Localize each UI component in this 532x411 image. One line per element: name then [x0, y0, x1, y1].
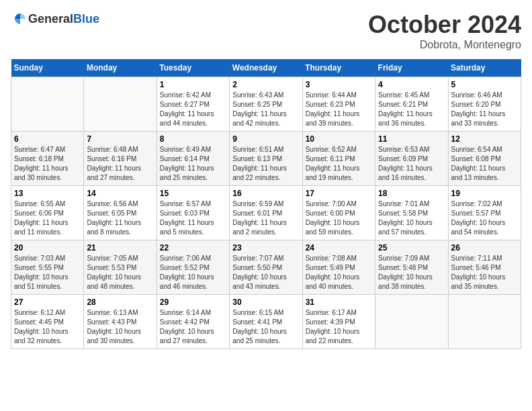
day-number: 29 [160, 298, 226, 307]
calendar-cell: 5Sunrise: 6:46 AM Sunset: 6:20 PM Daylig… [448, 77, 521, 132]
calendar-week-row: 6Sunrise: 6:47 AM Sunset: 6:18 PM Daylig… [11, 132, 521, 186]
calendar-day-header: Wednesday [230, 59, 302, 77]
day-number: 1 [160, 80, 226, 89]
day-number: 18 [378, 189, 445, 198]
day-number: 24 [306, 243, 372, 253]
day-info: Sunrise: 6:12 AM Sunset: 4:45 PM Dayligh… [14, 308, 81, 346]
calendar-header-row: SundayMondayTuesdayWednesdayThursdayFrid… [11, 59, 521, 77]
calendar-cell: 3Sunrise: 6:44 AM Sunset: 6:23 PM Daylig… [302, 77, 375, 132]
logo-blue-text: Blue [73, 12, 99, 26]
calendar-cell: 27Sunrise: 6:12 AM Sunset: 4:45 PM Dayli… [11, 295, 84, 349]
day-number: 2 [232, 80, 299, 89]
calendar-cell: 18Sunrise: 7:01 AM Sunset: 5:58 PM Dayli… [375, 186, 448, 240]
day-info: Sunrise: 6:45 AM Sunset: 6:21 PM Dayligh… [378, 91, 445, 128]
day-info: Sunrise: 6:47 AM Sunset: 6:18 PM Dayligh… [14, 145, 81, 183]
calendar-cell: 29Sunrise: 6:14 AM Sunset: 4:42 PM Dayli… [157, 295, 229, 349]
calendar-week-row: 27Sunrise: 6:12 AM Sunset: 4:45 PM Dayli… [11, 295, 521, 349]
calendar-cell: 8Sunrise: 6:49 AM Sunset: 6:14 PM Daylig… [157, 132, 229, 186]
day-number: 7 [87, 134, 153, 144]
day-number: 23 [232, 243, 299, 253]
day-info: Sunrise: 7:09 AM Sunset: 5:48 PM Dayligh… [378, 254, 445, 291]
calendar-cell: 22Sunrise: 7:06 AM Sunset: 5:52 PM Dayli… [157, 240, 229, 295]
day-info: Sunrise: 6:42 AM Sunset: 6:27 PM Dayligh… [160, 91, 226, 128]
calendar-cell: 9Sunrise: 6:51 AM Sunset: 6:13 PM Daylig… [230, 132, 302, 186]
logo-icon [12, 11, 28, 27]
day-info: Sunrise: 7:06 AM Sunset: 5:52 PM Dayligh… [160, 254, 226, 291]
title-section: October 2024 Dobrota, Montenegro [368, 11, 521, 51]
calendar-cell: 31Sunrise: 6:17 AM Sunset: 4:39 PM Dayli… [302, 295, 375, 349]
calendar-cell: 14Sunrise: 6:56 AM Sunset: 6:05 PM Dayli… [84, 186, 157, 240]
calendar-cell: 21Sunrise: 7:05 AM Sunset: 5:53 PM Dayli… [84, 240, 157, 295]
calendar-cell: 25Sunrise: 7:09 AM Sunset: 5:48 PM Dayli… [375, 240, 448, 295]
calendar-cell [84, 77, 157, 132]
calendar-cell: 12Sunrise: 6:54 AM Sunset: 6:08 PM Dayli… [448, 132, 521, 186]
day-info: Sunrise: 6:13 AM Sunset: 4:43 PM Dayligh… [87, 308, 153, 346]
day-number: 21 [87, 243, 153, 253]
page-header: GeneralBlue October 2024 Dobrota, Monten… [11, 11, 521, 51]
day-number: 14 [87, 189, 153, 198]
day-number: 22 [160, 243, 226, 253]
day-number: 20 [14, 243, 81, 253]
day-info: Sunrise: 6:14 AM Sunset: 4:42 PM Dayligh… [160, 308, 226, 346]
calendar-cell: 30Sunrise: 6:15 AM Sunset: 4:41 PM Dayli… [230, 295, 302, 349]
day-number: 4 [378, 80, 445, 89]
calendar-cell [11, 77, 84, 132]
day-info: Sunrise: 7:03 AM Sunset: 5:55 PM Dayligh… [14, 254, 81, 291]
calendar-day-header: Saturday [448, 59, 521, 77]
calendar-cell: 15Sunrise: 6:57 AM Sunset: 6:03 PM Dayli… [157, 186, 229, 240]
day-info: Sunrise: 6:57 AM Sunset: 6:03 PM Dayligh… [160, 199, 226, 237]
calendar-cell [375, 295, 448, 349]
day-info: Sunrise: 6:55 AM Sunset: 6:06 PM Dayligh… [14, 199, 81, 237]
calendar-cell: 4Sunrise: 6:45 AM Sunset: 6:21 PM Daylig… [375, 77, 448, 132]
calendar-cell: 1Sunrise: 6:42 AM Sunset: 6:27 PM Daylig… [157, 77, 229, 132]
calendar-day-header: Sunday [11, 59, 84, 77]
day-number: 28 [87, 298, 153, 307]
day-info: Sunrise: 7:05 AM Sunset: 5:53 PM Dayligh… [87, 254, 153, 291]
day-info: Sunrise: 6:52 AM Sunset: 6:11 PM Dayligh… [306, 145, 372, 183]
calendar-cell: 28Sunrise: 6:13 AM Sunset: 4:43 PM Dayli… [84, 295, 157, 349]
day-number: 12 [451, 134, 518, 144]
calendar-day-header: Monday [84, 59, 157, 77]
day-info: Sunrise: 7:11 AM Sunset: 5:46 PM Dayligh… [451, 254, 518, 291]
calendar-cell: 10Sunrise: 6:52 AM Sunset: 6:11 PM Dayli… [302, 132, 375, 186]
day-number: 5 [451, 80, 518, 89]
calendar-day-header: Thursday [302, 59, 375, 77]
day-info: Sunrise: 6:48 AM Sunset: 6:16 PM Dayligh… [87, 145, 153, 183]
day-number: 17 [306, 189, 372, 198]
logo-general-text: General [28, 12, 73, 26]
day-info: Sunrise: 6:49 AM Sunset: 6:14 PM Dayligh… [160, 145, 226, 183]
day-number: 27 [14, 298, 81, 307]
calendar-day-header: Friday [375, 59, 448, 77]
day-info: Sunrise: 6:17 AM Sunset: 4:39 PM Dayligh… [306, 308, 372, 346]
day-number: 30 [232, 298, 299, 307]
calendar-cell: 26Sunrise: 7:11 AM Sunset: 5:46 PM Dayli… [448, 240, 521, 295]
day-number: 11 [378, 134, 445, 144]
day-number: 10 [306, 134, 372, 144]
calendar-week-row: 20Sunrise: 7:03 AM Sunset: 5:55 PM Dayli… [11, 240, 521, 295]
day-number: 31 [306, 298, 372, 307]
calendar-table: SundayMondayTuesdayWednesdayThursdayFrid… [11, 59, 521, 349]
calendar-cell: 24Sunrise: 7:08 AM Sunset: 5:49 PM Dayli… [302, 240, 375, 295]
calendar-cell: 7Sunrise: 6:48 AM Sunset: 6:16 PM Daylig… [84, 132, 157, 186]
calendar-cell: 17Sunrise: 7:00 AM Sunset: 6:00 PM Dayli… [302, 186, 375, 240]
day-info: Sunrise: 7:00 AM Sunset: 6:00 PM Dayligh… [306, 199, 372, 237]
calendar-cell: 6Sunrise: 6:47 AM Sunset: 6:18 PM Daylig… [11, 132, 84, 186]
logo: GeneralBlue [11, 11, 99, 27]
day-number: 13 [14, 189, 81, 198]
day-info: Sunrise: 6:51 AM Sunset: 6:13 PM Dayligh… [232, 145, 299, 183]
calendar-cell: 20Sunrise: 7:03 AM Sunset: 5:55 PM Dayli… [11, 240, 84, 295]
day-number: 26 [451, 243, 518, 253]
day-info: Sunrise: 6:59 AM Sunset: 6:01 PM Dayligh… [232, 199, 299, 237]
calendar-cell: 2Sunrise: 6:43 AM Sunset: 6:25 PM Daylig… [230, 77, 302, 132]
day-info: Sunrise: 7:08 AM Sunset: 5:49 PM Dayligh… [306, 254, 372, 291]
day-info: Sunrise: 7:01 AM Sunset: 5:58 PM Dayligh… [378, 199, 445, 237]
day-number: 6 [14, 134, 81, 144]
month-title: October 2024 [368, 11, 521, 39]
day-info: Sunrise: 7:07 AM Sunset: 5:50 PM Dayligh… [232, 254, 299, 291]
day-info: Sunrise: 6:15 AM Sunset: 4:41 PM Dayligh… [232, 308, 299, 346]
day-info: Sunrise: 6:44 AM Sunset: 6:23 PM Dayligh… [306, 91, 372, 128]
day-number: 9 [232, 134, 299, 144]
day-number: 25 [378, 243, 445, 253]
day-number: 16 [232, 189, 299, 198]
day-info: Sunrise: 6:53 AM Sunset: 6:09 PM Dayligh… [378, 145, 445, 183]
